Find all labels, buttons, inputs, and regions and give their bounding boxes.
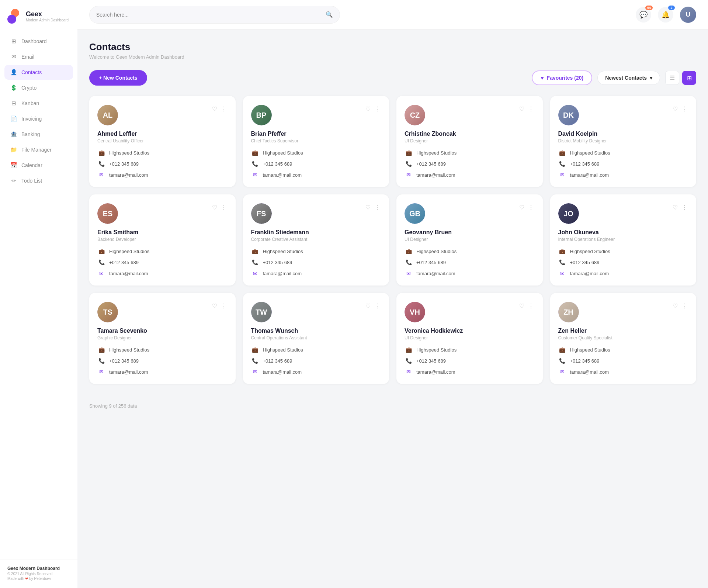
company-icon: 💼	[558, 149, 566, 157]
contact-email-row: ✉ tamara@mail.com	[405, 368, 535, 376]
user-avatar[interactable]: U	[680, 7, 696, 23]
contact-name: Crhistine Zboncak	[405, 131, 535, 137]
contact-company: Highspeed Studios	[109, 249, 149, 254]
phone-icon: 📞	[251, 357, 259, 365]
contact-avatar: FS	[251, 203, 272, 224]
company-icon: 💼	[558, 346, 566, 354]
list-view-button[interactable]: ☰	[665, 71, 679, 85]
sidebar-item-invoicing[interactable]: 📄 Invoicing	[4, 111, 73, 126]
contact-role: Customer Quality Specialist	[558, 335, 688, 340]
more-options-button[interactable]: ⋮	[527, 203, 535, 212]
sidebar-item-todo[interactable]: ✏ Todo List	[4, 173, 73, 188]
favourite-button[interactable]: ♡	[672, 203, 678, 212]
card-top: TS ♡ ⋮	[97, 302, 228, 322]
contact-avatar: VH	[405, 302, 425, 322]
card-top: DK ♡ ⋮	[558, 105, 688, 125]
footer-brand: Geex Modern Dashboard	[7, 566, 70, 571]
search-icon[interactable]: 🔍	[326, 11, 333, 18]
contact-phone-row: 📞 +012 345 689	[558, 258, 688, 266]
more-options-button[interactable]: ⋮	[374, 302, 381, 310]
logo-area: Geex Modern Admin Dashboard	[0, 9, 77, 34]
more-options-button[interactable]: ⋮	[527, 105, 535, 113]
favourite-button[interactable]: ♡	[211, 203, 218, 212]
contact-role: Graphic Designer	[97, 335, 228, 340]
grid-view-button[interactable]: ⊞	[682, 71, 696, 85]
sidebar-item-banking[interactable]: 🏦 Banking	[4, 127, 73, 142]
more-options-button[interactable]: ⋮	[527, 302, 535, 310]
contact-avatar: ES	[97, 203, 118, 224]
sidebar-item-dashboard[interactable]: ⊞ Dashboard	[4, 34, 73, 49]
favourite-button[interactable]: ♡	[672, 105, 678, 113]
notifications-button[interactable]: 💬 64	[636, 7, 651, 23]
contact-company-row: 💼 Highspeed Studios	[97, 346, 228, 354]
more-options-button[interactable]: ⋮	[220, 105, 228, 113]
alerts-button[interactable]: 🔔 2	[658, 7, 673, 23]
contact-email-row: ✉ tamara@mail.com	[251, 368, 381, 376]
more-options-button[interactable]: ⋮	[681, 203, 688, 212]
favourite-button[interactable]: ♡	[365, 105, 371, 113]
more-options-button[interactable]: ⋮	[374, 105, 381, 113]
contact-email: tamara@mail.com	[109, 369, 148, 375]
contact-company: Highspeed Studios	[416, 347, 457, 353]
contact-phone-row: 📞 +012 345 689	[251, 160, 381, 168]
avatar-shape: DK	[558, 105, 579, 125]
email-icon: ✉	[558, 171, 566, 179]
favourite-button[interactable]: ♡	[365, 302, 371, 310]
sidebar-item-calendar[interactable]: 📅 Calendar	[4, 158, 73, 173]
more-options-button[interactable]: ⋮	[374, 203, 381, 212]
card-actions: ♡ ⋮	[211, 203, 228, 212]
favourite-button[interactable]: ♡	[211, 105, 218, 113]
contact-name: David Koelpin	[558, 131, 688, 137]
favourite-button[interactable]: ♡	[518, 302, 525, 310]
contact-company-row: 💼 Highspeed Studios	[405, 247, 535, 255]
favourite-button[interactable]: ♡	[518, 105, 525, 113]
contact-avatar: DK	[558, 105, 579, 125]
contact-email: tamara@mail.com	[109, 172, 148, 178]
contact-company: Highspeed Studios	[109, 150, 149, 156]
more-options-button[interactable]: ⋮	[220, 302, 228, 310]
sidebar-item-email[interactable]: ✉ Email	[4, 49, 73, 64]
contact-phone: +012 345 689	[109, 260, 139, 265]
newest-button[interactable]: Newest Contacts ▾	[597, 71, 660, 85]
logo-text: Geex Modern Admin Dashboard	[26, 10, 69, 22]
contact-company: Highspeed Studios	[416, 249, 457, 254]
more-options-button[interactable]: ⋮	[681, 302, 688, 310]
sidebar-item-label: Crypto	[21, 85, 37, 91]
favourite-button[interactable]: ♡	[365, 203, 371, 212]
favourites-button[interactable]: ♥ Favourites (20)	[532, 70, 592, 85]
invoicing-icon: 📄	[10, 115, 17, 122]
contact-phone-row: 📞 +012 345 689	[405, 258, 535, 266]
phone-icon: 📞	[97, 258, 105, 266]
favourite-button[interactable]: ♡	[518, 203, 525, 212]
new-contacts-button[interactable]: + New Contacts	[89, 70, 147, 86]
card-top: BP ♡ ⋮	[251, 105, 381, 125]
sidebar-item-contacts[interactable]: 👤 Contacts	[4, 65, 73, 80]
contact-email-row: ✉ tamara@mail.com	[97, 269, 228, 277]
more-options-button[interactable]: ⋮	[220, 203, 228, 212]
contact-company-row: 💼 Highspeed Studios	[251, 346, 381, 354]
more-options-button[interactable]: ⋮	[681, 105, 688, 113]
contact-avatar: TW	[251, 302, 272, 322]
contact-email-row: ✉ tamara@mail.com	[251, 171, 381, 179]
phone-icon: 📞	[405, 357, 413, 365]
search-input[interactable]	[96, 12, 322, 18]
contact-phone: +012 345 689	[109, 358, 139, 364]
contact-company: Highspeed Studios	[570, 249, 610, 254]
sidebar-item-kanban[interactable]: ⊟ Kanban	[4, 96, 73, 111]
card-actions: ♡ ⋮	[672, 203, 688, 212]
favourite-button[interactable]: ♡	[211, 302, 218, 310]
contact-email: tamara@mail.com	[263, 172, 302, 178]
favourite-button[interactable]: ♡	[672, 302, 678, 310]
sidebar-item-file-manager[interactable]: 📁 File Manager	[4, 142, 73, 157]
search-bar[interactable]: 🔍	[89, 6, 340, 24]
contact-info: 💼 Highspeed Studios 📞 +012 345 689 ✉ tam…	[558, 346, 688, 376]
contact-email: tamara@mail.com	[570, 369, 609, 375]
crypto-icon: 💲	[10, 84, 17, 91]
company-icon: 💼	[251, 149, 259, 157]
contact-email-row: ✉ tamara@mail.com	[405, 171, 535, 179]
contact-email-row: ✉ tamara@mail.com	[97, 171, 228, 179]
email-icon: ✉	[251, 269, 259, 277]
contact-company: Highspeed Studios	[109, 347, 149, 353]
sidebar-item-crypto[interactable]: 💲 Crypto	[4, 80, 73, 95]
contact-card: TW ♡ ⋮ Thomas Wunsch Central Operations …	[243, 293, 389, 384]
